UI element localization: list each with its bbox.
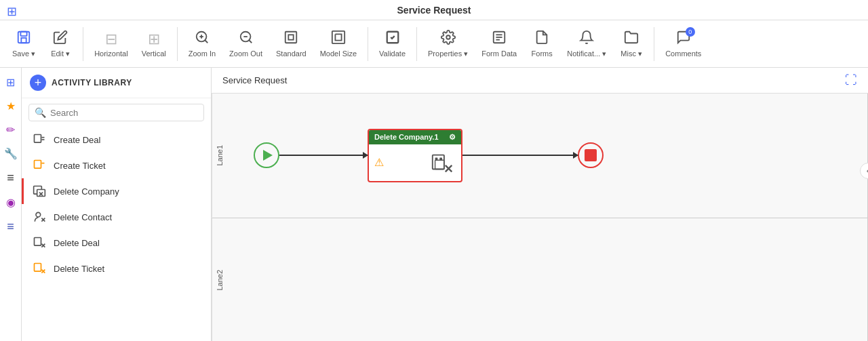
lane2-label: Lane2: [212, 218, 226, 342]
save-button[interactable]: Save ▾: [7, 27, 41, 61]
standard-label: Standard: [276, 49, 307, 58]
toolbar-sep-2: [177, 27, 178, 61]
task-icon-area: ⚠: [374, 156, 384, 169]
svg-rect-19: [35, 135, 41, 143]
zoom-out-button[interactable]: Zoom Out: [224, 27, 268, 60]
toolbar: Save ▾ Edit ▾ ⊟ Horizontal ⊞ Vertical Zo…: [0, 20, 868, 68]
properties-button[interactable]: Properties ▾: [422, 27, 473, 61]
svg-rect-10: [285, 32, 297, 43]
validate-button[interactable]: Validate: [374, 27, 411, 60]
canvas-title: Service Request: [222, 75, 287, 85]
form-data-button[interactable]: Form Data: [476, 27, 522, 60]
activity-library-title: ACTIVITY LIBRARY: [52, 78, 132, 87]
comments-badge: 0: [686, 27, 695, 37]
activity-item-delete-company[interactable]: Delete Company: [22, 178, 211, 204]
form-data-icon: [492, 30, 507, 48]
svg-rect-37: [433, 155, 444, 169]
horizontal-label: Horizontal: [94, 49, 128, 58]
properties-icon: [441, 30, 456, 48]
activity-item-delete-contact[interactable]: Delete Contact: [22, 204, 211, 230]
edit-label: Edit ▾: [51, 49, 70, 58]
svg-line-4: [205, 40, 208, 43]
warning-icon: ⚠: [374, 156, 384, 169]
comments-button[interactable]: 0 Comments: [660, 27, 707, 60]
lane-container: Lane1 Delete Company.1 ⚙: [212, 94, 868, 341]
properties-label: Properties ▾: [428, 49, 468, 58]
search-input[interactable]: [50, 108, 198, 118]
crm-mini-icon[interactable]: 🔧: [1, 144, 20, 163]
create-ticket-label: Create Ticket: [54, 161, 106, 171]
model-size-button[interactable]: Model Size: [315, 27, 362, 60]
create-deal-icon: [32, 132, 47, 147]
svg-rect-34: [35, 264, 41, 272]
flow-start-arrow: [263, 150, 273, 161]
activity-item-delete-ticket[interactable]: Delete Ticket: [22, 256, 211, 281]
edit-mini-icon[interactable]: ✏: [3, 121, 18, 139]
delete-company-icon: [32, 184, 47, 199]
edit-button[interactable]: Edit ▾: [43, 27, 77, 61]
notifications-button[interactable]: Notificat... ▾: [561, 27, 612, 61]
misc-icon: [624, 30, 639, 48]
star-mini-icon[interactable]: ★: [3, 97, 18, 115]
vertical-button[interactable]: ⊞ Vertical: [136, 28, 172, 60]
canvas-title-bar: Service Request ⛶: [212, 68, 868, 94]
validate-icon: [385, 30, 400, 48]
zoom-out-icon: [239, 30, 254, 48]
zoom-in-icon: [195, 30, 210, 48]
lane1-label: Lane1: [212, 94, 226, 218]
flow-task-delete-company[interactable]: Delete Company.1 ⚙ ⚠: [368, 129, 462, 182]
svg-rect-12: [332, 31, 344, 43]
list2-mini-icon[interactable]: ≡: [4, 217, 17, 237]
svg-rect-31: [35, 238, 41, 246]
form-data-label: Form Data: [481, 49, 517, 58]
flow-task-body: ⚠: [369, 144, 461, 181]
activity-item-create-ticket[interactable]: Create Ticket: [22, 153, 211, 178]
left-mini-sidebar: ⊞ ★ ✏ 🔧 ≡ ◉ ≡: [0, 68, 22, 341]
svg-rect-11: [289, 35, 294, 39]
activity-item-delete-deal[interactable]: Delete Deal: [22, 230, 211, 256]
topbar: ⊞ Service Request: [0, 0, 868, 20]
delete-deal-icon: [32, 235, 47, 250]
flow-arrow-2: [462, 155, 578, 156]
canvas-expand-button[interactable]: ⛶: [845, 73, 857, 87]
flow-task-header: Delete Company.1 ⚙: [369, 130, 461, 144]
zoom-in-button[interactable]: Zoom In: [183, 27, 221, 60]
canvas-area: Service Request ⛶ Lane1: [212, 68, 868, 341]
circle-mini-icon[interactable]: ◉: [3, 193, 18, 212]
delete-contact-label: Delete Contact: [54, 212, 112, 222]
flow-end-node[interactable]: [578, 142, 604, 168]
app-grid-icon: ⊞: [7, 4, 17, 19]
forms-button[interactable]: Forms: [525, 27, 559, 60]
horizontal-button[interactable]: ⊟ Horizontal: [89, 28, 134, 60]
grid-mini-icon[interactable]: ⊞: [3, 73, 18, 92]
flow-task-label: Delete Company.1: [374, 133, 439, 141]
svg-rect-22: [35, 161, 41, 169]
create-ticket-icon: [32, 158, 47, 173]
canvas-content: Lane1 Delete Company.1 ⚙: [212, 94, 868, 341]
activity-item-create-deal[interactable]: Create Deal: [22, 127, 211, 153]
main-layout: ⊞ ★ ✏ 🔧 ≡ ◉ ≡ + ACTIVITY LIBRARY 🔍 Creat…: [0, 68, 868, 341]
vertical-label: Vertical: [142, 49, 166, 58]
flow-start-node[interactable]: [254, 142, 279, 168]
comments-label: Comments: [665, 49, 701, 58]
lane1: Lane1 Delete Company.1 ⚙: [212, 94, 868, 218]
standard-button[interactable]: Standard: [271, 27, 312, 60]
toolbar-sep-1: [83, 27, 83, 61]
delete-deal-label: Delete Deal: [54, 238, 100, 248]
lane2: Lane2: [212, 218, 868, 342]
add-activity-button[interactable]: +: [30, 75, 46, 91]
model-size-label: Model Size: [320, 49, 357, 58]
validate-label: Validate: [379, 49, 406, 58]
forms-label: Forms: [532, 49, 553, 58]
list-mini-icon[interactable]: ≡: [4, 168, 17, 188]
search-icon: 🔍: [35, 107, 46, 118]
svg-rect-1: [20, 31, 26, 35]
sidebar-header: + ACTIVITY LIBRARY: [22, 68, 211, 98]
misc-button[interactable]: Misc ▾: [614, 27, 648, 61]
delete-company-task-icon: [430, 150, 456, 176]
flow-task-gear-icon[interactable]: ⚙: [449, 133, 456, 142]
standard-icon: [283, 30, 298, 48]
toolbar-sep-4: [416, 27, 417, 61]
svg-point-28: [36, 212, 41, 217]
vertical-icon: ⊞: [148, 31, 160, 48]
